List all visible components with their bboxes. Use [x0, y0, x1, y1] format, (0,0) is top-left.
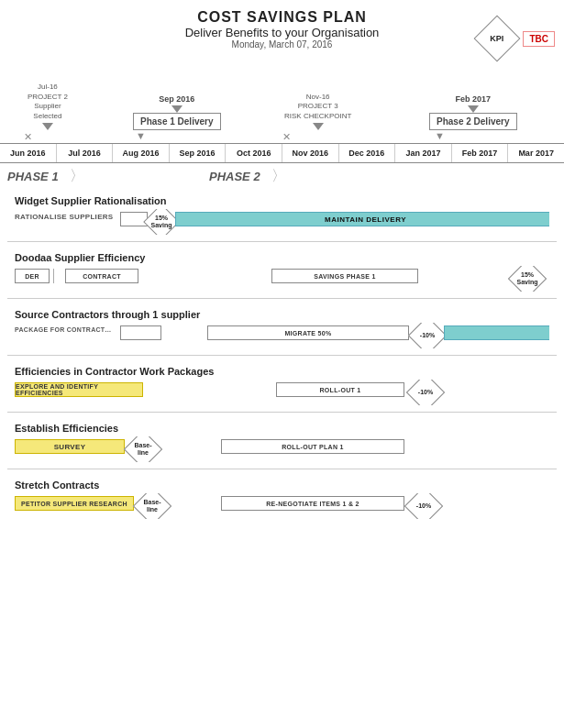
- phase-2-arrow: 〉: [271, 167, 286, 186]
- project-1-gantt: RATIONALISE SUPPLIERS 15%Saving MAINTAIN…: [15, 209, 549, 235]
- milestone-4-arrow: [468, 105, 479, 113]
- project-2-title: Doodaa Supplier Efficiency: [15, 252, 549, 263]
- milestone-4-date: Feb 2017: [455, 94, 491, 105]
- month-mar17: Mar 2017: [507, 144, 564, 162]
- milestone-2-arrow: [171, 105, 182, 113]
- project-5-gantt: SURVEY Base-line ROLL-OUT PLAN 1: [15, 436, 549, 462]
- month-jul16: Jul 2016: [56, 144, 113, 162]
- p2-diamond-wrapper: 15%Saving: [513, 267, 542, 291]
- phase-row: PHASE 1 〉 PHASE 2 〉: [0, 163, 564, 190]
- p2-bar-der: DER: [15, 269, 50, 283]
- project-4-title: Efficiencies in Contractor Work Packages: [15, 366, 549, 377]
- milestone-3-text: Nov-16PROJECT 3RISK CHECKPOINT: [284, 93, 351, 121]
- project-3-gantt: PACKAGE FOR CONTRACTORS MIGRATE 50% -10%: [15, 323, 549, 348]
- project-4-section: Efficiencies in Contractor Work Packages…: [7, 360, 557, 407]
- project-3-title: Source Contractors through 1 supplier: [15, 309, 549, 320]
- p2-divider: [53, 269, 54, 283]
- project-4-gantt: EXPLORE AND IDENTIFY EFFICIENCIES ROLL-O…: [15, 380, 549, 405]
- milestone-4: Feb 2017 Phase 2 Delivery: [429, 94, 517, 130]
- p1-saving-label: 15%Saving: [151, 215, 172, 228]
- p5-bar-rollout: ROLL-OUT PLAN 1: [221, 439, 404, 454]
- month-feb17: Feb 2017: [451, 144, 508, 162]
- project-6-section: Stretch Contracts PETITOR SUPPLIER RESEA…: [7, 474, 557, 521]
- milestone-1: Jul-16PROJECT 2SupplierSelected: [28, 83, 68, 130]
- project-1-section: Widget Supplier Rationalisation RATIONAL…: [7, 190, 557, 237]
- x-markers: ✕ ✕ ▼ ▼: [0, 130, 564, 143]
- p4-bar-yellow: EXPLORE AND IDENTIFY EFFICIENCIES: [15, 382, 143, 397]
- page-container: COST SAVINGS PLAN Deliver Benefits to yo…: [0, 0, 564, 521]
- p6-baseline-label: Base-line: [143, 499, 160, 513]
- p4-neg-label: -10%: [418, 389, 433, 396]
- milestone-1-arrow: [42, 123, 53, 130]
- gantt-area: Widget Supplier Rationalisation RATIONAL…: [0, 190, 564, 521]
- p6-diamond-wrapper: -10%: [407, 493, 440, 519]
- project-1-title: Widget Supplier Rationalisation: [15, 195, 549, 206]
- month-axis: Jun 2016 Jul 2016 Aug 2016 Sep 2016 Oct …: [0, 143, 564, 163]
- project-2-section: Doodaa Supplier Efficiency DER CONTRACT …: [7, 247, 557, 293]
- x-marker-1: ✕: [24, 131, 32, 143]
- kpi-diamond: KPI: [477, 18, 517, 59]
- project-6-title: Stretch Contracts: [15, 480, 549, 491]
- tbc-badge: TBC: [523, 31, 555, 47]
- p1-diamond-wrapper: 15%Saving: [148, 211, 175, 233]
- arrow-marker-2: ▼: [435, 130, 445, 141]
- p5-diamond-wrapper: Base-line: [127, 436, 160, 462]
- phase-1-arrow: 〉: [70, 167, 84, 186]
- project-1-row-label: RATIONALISE SUPPLIERS: [15, 213, 116, 221]
- month-nov16: Nov 2016: [282, 144, 338, 162]
- x-marker-2: ✕: [282, 131, 291, 143]
- p1-bar-outline: [120, 212, 148, 226]
- sep-3-4: [7, 355, 557, 356]
- p3-bar-left: [120, 325, 161, 340]
- p6-bar-yellow: PETITOR SUPPLIER RESEARCH: [15, 496, 134, 511]
- milestone-3: Nov-16PROJECT 3RISK CHECKPOINT: [284, 93, 351, 130]
- p1-bar-teal: MAINTAIN DELIVERY: [175, 212, 549, 226]
- phase-2-container: PHASE 2 〉: [209, 167, 411, 186]
- kpi-diamond-shape: KPI: [474, 16, 521, 62]
- milestone-2-box: Phase 1 Delivery: [133, 113, 221, 130]
- month-jun16: Jun 2016: [0, 144, 56, 162]
- phase-2-label: PHASE 2: [209, 170, 260, 183]
- arrow-marker-1: ▼: [136, 130, 146, 141]
- project-3-row-label: PACKAGE FOR CONTRACTORS: [15, 326, 116, 333]
- p2-bar-contract: CONTRACT: [65, 269, 138, 283]
- sep-5-6: [7, 469, 557, 469]
- milestone-3-arrow: [313, 123, 324, 130]
- month-jan17: Jan 2017: [394, 144, 451, 162]
- month-oct16: Oct 2016: [225, 144, 282, 162]
- p2-bar-savings: SAVINGS PHASE 1: [271, 269, 418, 283]
- milestone-2-date: Sep 2016: [159, 94, 194, 105]
- month-dec16: Dec 2016: [338, 144, 395, 162]
- project-2-gantt: DER CONTRACT SAVINGS PHASE 1 15%Saving: [15, 266, 549, 292]
- milestone-4-box: Phase 2 Delivery: [429, 113, 517, 130]
- kpi-label: KPI: [491, 34, 504, 43]
- month-aug16: Aug 2016: [112, 144, 169, 162]
- axis-container: ✕ ✕ ▼ ▼ Jun 2016 Jul 2016 Aug 2016 Sep 2…: [0, 130, 564, 163]
- p5-baseline-label: Base-line: [134, 442, 151, 456]
- p5-bar-survey: SURVEY: [15, 439, 125, 454]
- month-sep16: Sep 2016: [169, 144, 226, 162]
- milestone-1-text: Jul-16PROJECT 2SupplierSelected: [28, 83, 68, 121]
- sep-4-5: [7, 412, 557, 413]
- milestone-row: Jul-16PROJECT 2SupplierSelected Sep 2016…: [0, 66, 564, 130]
- milestone-2: Sep 2016 Phase 1 Delivery: [133, 94, 221, 130]
- p6-diamond-wrapper: Base-line: [136, 493, 169, 519]
- sep-2-3: [7, 298, 557, 299]
- phase-1-container: PHASE 1 〉: [7, 167, 209, 186]
- p2-saving-label: 15%Saving: [517, 271, 538, 285]
- project-5-section: Establish Efficiencies SURVEY Base-line …: [7, 417, 557, 464]
- p6-bar-renegotiate: RE-NEGOTIATE ITEMS 1 & 2: [221, 496, 404, 511]
- p3-bar-migrate: MIGRATE 50%: [207, 325, 409, 340]
- p3-bar-teal: [444, 325, 549, 340]
- p4-diamond-wrapper: -10%: [411, 381, 440, 404]
- sep-1-2: [7, 241, 557, 242]
- project-3-section: Source Contractors through 1 supplier PA…: [7, 303, 557, 350]
- project-5-title: Establish Efficiencies: [15, 423, 549, 434]
- phase-1-label: PHASE 1: [7, 170, 59, 183]
- p3-diamond-wrapper: -10%: [413, 324, 442, 347]
- timeline-area: Jul-16PROJECT 2SupplierSelected Sep 2016…: [0, 62, 564, 190]
- p4-bar-rollout: ROLL-OUT 1: [276, 382, 404, 397]
- p3-neg-label: -10%: [420, 332, 435, 339]
- p6-neg-label: -10%: [416, 502, 431, 510]
- project-6-gantt: PETITOR SUPPLIER RESEARCH Base-line RE-N…: [15, 493, 549, 519]
